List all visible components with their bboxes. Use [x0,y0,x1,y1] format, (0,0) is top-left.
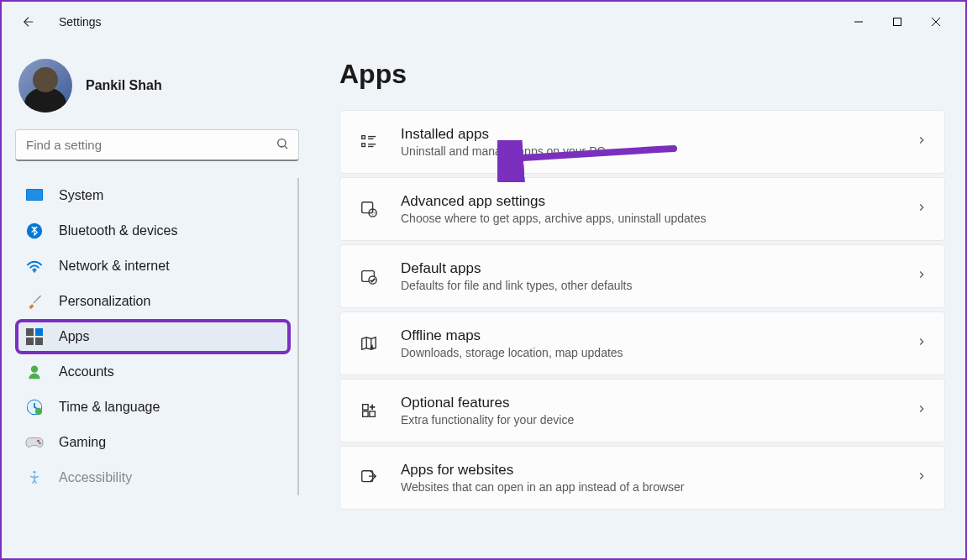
card-desc: Uninstall and manage apps on your PC [401,144,896,158]
back-button[interactable] [12,5,45,39]
card-text: Advanced app settings Choose where to ge… [401,193,896,225]
svg-point-9 [34,270,35,272]
main-content: Apps Installed apps Uninstall and manage… [313,42,965,558]
nav-list: System Bluetooth & devices Network & int… [15,178,299,495]
nav-label: Bluetooth & devices [59,223,177,238]
close-icon [931,17,941,27]
svg-point-19 [39,442,41,445]
card-title: Apps for websites [401,462,896,479]
sidebar-item-time-language[interactable]: Time & language [15,390,291,425]
card-desc: Choose where to get apps, archive apps, … [401,212,896,225]
chevron-right-icon [916,336,928,351]
nav-label: Accessibility [59,470,132,485]
chevron-right-icon [916,134,928,149]
nav-label: Personalization [59,294,150,309]
card-text: Default apps Defaults for file and link … [401,260,896,292]
sidebar: Pankil Shah System Bluetooth & devices N… [2,42,313,558]
svg-line-5 [285,146,287,149]
card-title: Installed apps [401,126,896,143]
search-icon [276,137,289,154]
svg-rect-12 [26,338,34,345]
minimize-button[interactable] [839,8,878,35]
content-area: Pankil Shah System Bluetooth & devices N… [2,42,965,558]
chevron-right-icon [916,403,928,418]
chevron-right-icon [916,470,928,485]
chevron-right-icon [916,201,928,217]
profile-name: Pankil Shah [86,78,162,93]
card-title: Offline maps [401,327,896,344]
back-arrow-icon [21,14,36,29]
sidebar-item-apps[interactable]: Apps [15,319,291,354]
nav-label: System [59,188,103,203]
bluetooth-icon [25,222,44,240]
sidebar-item-system[interactable]: System [15,178,291,213]
brush-icon [25,292,44,311]
card-text: Offline maps Downloads, storage location… [401,327,896,359]
gaming-icon [25,433,44,452]
svg-rect-27 [362,202,373,213]
svg-rect-31 [363,405,368,410]
avatar [18,59,72,113]
account-icon [25,363,44,381]
page-title: Apps [339,59,945,90]
maximize-icon [892,17,902,27]
map-icon [357,332,381,355]
card-title: Optional features [401,395,896,411]
card-optional-features[interactable]: Optional features Extra functionality fo… [339,379,945,442]
svg-rect-11 [35,328,43,336]
nav-label: Network & internet [59,259,170,274]
sidebar-item-accessibility[interactable]: Accessibility [15,460,291,495]
nav-label: Time & language [59,400,160,415]
card-desc: Defaults for file and link types, other … [401,279,896,292]
card-apps-for-websites[interactable]: Apps for websites Websites that can open… [339,446,945,510]
window-controls [839,8,955,35]
system-icon [25,186,44,205]
card-text: Installed apps Uninstall and manage apps… [401,126,896,158]
svg-rect-21 [362,136,365,139]
titlebar: Settings [2,2,965,42]
sidebar-item-network[interactable]: Network & internet [15,249,291,284]
sidebar-item-gaming[interactable]: Gaming [15,425,291,460]
svg-rect-7 [27,190,42,200]
svg-rect-22 [362,144,365,147]
svg-rect-1 [894,18,901,26]
svg-point-20 [33,471,35,474]
settings-gear-icon [357,197,381,221]
card-desc: Downloads, storage location, map updates [401,346,896,359]
svg-point-14 [31,366,38,373]
sidebar-item-personalization[interactable]: Personalization [15,284,291,319]
nav-label: Gaming [59,435,106,450]
apps-icon [25,327,44,346]
card-desc: Websites that can open in an app instead… [401,480,896,494]
card-advanced-app-settings[interactable]: Advanced app settings Choose where to ge… [339,177,945,241]
card-desc: Extra functionality for your device [401,413,896,427]
card-title: Advanced app settings [401,193,896,210]
svg-rect-13 [35,338,43,345]
card-offline-maps[interactable]: Offline maps Downloads, storage location… [339,311,945,375]
wifi-icon [25,257,44,275]
svg-point-17 [35,408,42,415]
maximize-button[interactable] [878,8,917,35]
chevron-right-icon [916,269,928,284]
link-app-icon [357,466,381,489]
close-button[interactable] [917,8,955,35]
search-input[interactable] [15,129,299,161]
svg-rect-10 [26,328,34,336]
svg-rect-33 [370,411,375,416]
app-title: Settings [59,15,102,29]
accessibility-icon [25,468,44,487]
svg-rect-32 [363,411,368,416]
card-default-apps[interactable]: Default apps Defaults for file and link … [339,244,945,308]
svg-point-4 [278,139,286,147]
svg-point-18 [37,440,39,442]
sidebar-item-accounts[interactable]: Accounts [15,354,291,390]
user-profile[interactable]: Pankil Shah [15,52,299,129]
nav-label: Apps [59,329,89,344]
card-installed-apps[interactable]: Installed apps Uninstall and manage apps… [339,110,945,174]
sidebar-item-bluetooth[interactable]: Bluetooth & devices [15,213,291,249]
search-box [15,129,299,161]
card-title: Default apps [401,260,896,277]
card-text: Optional features Extra functionality fo… [401,395,896,427]
minimize-icon [854,17,864,27]
card-text: Apps for websites Websites that can open… [401,462,896,494]
